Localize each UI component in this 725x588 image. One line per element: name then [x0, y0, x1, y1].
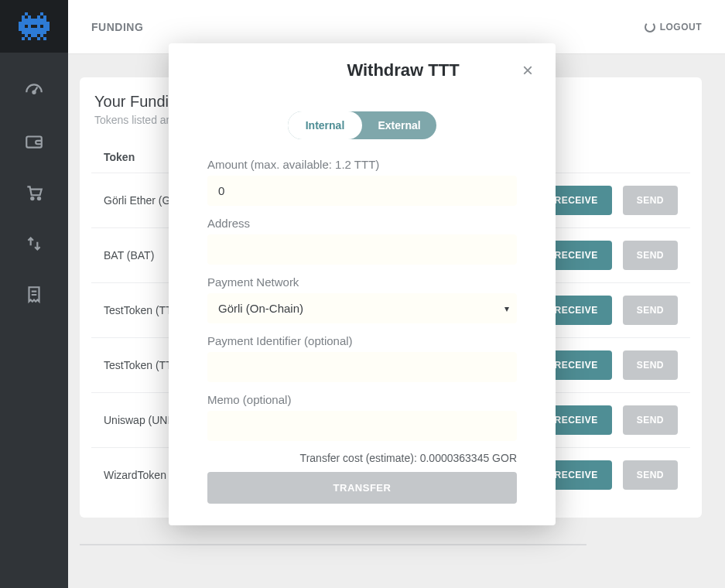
- close-icon[interactable]: ×: [518, 61, 537, 80]
- svg-rect-18: [28, 37, 31, 40]
- page-title: FUNDING: [91, 21, 143, 33]
- network-label: Payment Network: [207, 275, 517, 289]
- svg-rect-16: [40, 34, 43, 37]
- send-button[interactable]: SEND: [623, 405, 678, 435]
- payment-id-input[interactable]: [207, 352, 517, 382]
- svg-rect-15: [31, 34, 37, 37]
- svg-rect-12: [19, 28, 50, 31]
- send-button[interactable]: SEND: [623, 296, 678, 325]
- modal-header: Withdraw TTT ×: [169, 43, 556, 88]
- svg-rect-3: [28, 15, 31, 19]
- tab-external[interactable]: External: [362, 111, 436, 139]
- transfer-type-toggle: Internal External: [288, 111, 436, 139]
- network-select[interactable]: Görli (On-Chain): [207, 293, 517, 323]
- modal-title: Withdraw TTT: [187, 60, 518, 80]
- send-button[interactable]: SEND: [623, 186, 678, 215]
- transfer-button[interactable]: TRANSFER: [207, 472, 517, 504]
- svg-rect-5: [43, 15, 46, 19]
- svg-rect-6: [22, 19, 46, 22]
- svg-rect-0: [25, 12, 28, 15]
- payment-id-label: Payment Identifier (optional): [207, 334, 517, 347]
- svg-rect-13: [22, 31, 46, 34]
- svg-point-21: [32, 91, 35, 94]
- memo-input[interactable]: [207, 411, 517, 441]
- app-logo-icon: [19, 11, 50, 42]
- withdraw-modal: Withdraw TTT × Internal External Amount …: [169, 43, 556, 525]
- send-button[interactable]: SEND: [623, 350, 678, 380]
- svg-rect-14: [25, 34, 28, 37]
- svg-rect-9: [28, 25, 31, 28]
- logout-button[interactable]: LOGOUT: [645, 22, 702, 32]
- svg-rect-4: [37, 15, 40, 19]
- power-icon: [645, 22, 655, 32]
- wallet-icon[interactable]: [24, 132, 44, 152]
- svg-rect-8: [19, 25, 25, 28]
- memo-label: Memo (optional): [207, 393, 517, 406]
- svg-rect-22: [26, 137, 42, 148]
- receipt-icon[interactable]: [24, 285, 44, 305]
- tab-internal[interactable]: Internal: [288, 111, 362, 139]
- svg-rect-10: [37, 25, 40, 28]
- sidebar: [0, 0, 68, 588]
- svg-rect-17: [22, 37, 25, 40]
- transfer-icon[interactable]: [24, 234, 44, 254]
- svg-rect-20: [43, 37, 46, 40]
- svg-point-23: [31, 197, 33, 200]
- transfer-cost-estimate: Transfer cost (estimate): 0.0000363345 G…: [207, 452, 517, 464]
- send-button[interactable]: SEND: [623, 241, 678, 270]
- amount-input[interactable]: [207, 176, 517, 206]
- svg-point-24: [38, 197, 40, 200]
- svg-rect-19: [37, 37, 40, 40]
- send-button[interactable]: SEND: [623, 460, 678, 490]
- svg-rect-2: [22, 15, 25, 19]
- amount-label: Amount (max. available: 1.2 TTT): [207, 158, 517, 171]
- divider: [80, 544, 586, 545]
- svg-rect-7: [19, 22, 50, 25]
- svg-rect-1: [40, 12, 43, 15]
- cart-icon[interactable]: [24, 183, 44, 203]
- svg-rect-11: [43, 25, 50, 28]
- logo-container: [0, 0, 68, 53]
- address-input[interactable]: [207, 234, 517, 265]
- logout-label: LOGOUT: [660, 22, 702, 32]
- dashboard-icon[interactable]: [24, 80, 44, 101]
- address-label: Address: [207, 217, 517, 230]
